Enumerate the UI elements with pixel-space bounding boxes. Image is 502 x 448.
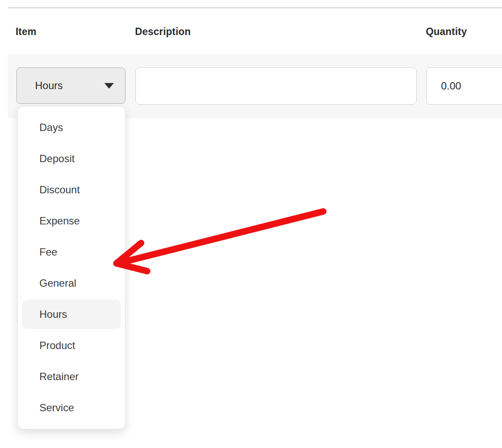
column-header-quantity: Quantity xyxy=(426,26,467,38)
dropdown-option-general[interactable]: General xyxy=(18,268,125,299)
item-type-select[interactable]: Hours xyxy=(16,67,126,104)
quantity-input[interactable] xyxy=(426,67,502,105)
caret-down-icon xyxy=(104,83,114,89)
dropdown-option-retainer[interactable]: Retainer xyxy=(18,361,125,392)
dropdown-option-product[interactable]: Product xyxy=(18,330,125,361)
dropdown-option-days[interactable]: Days xyxy=(18,112,125,143)
top-divider xyxy=(8,7,502,8)
dropdown-option-discount[interactable]: Discount xyxy=(18,174,125,205)
arrow-shaft xyxy=(123,211,323,262)
description-input[interactable] xyxy=(135,67,417,105)
dropdown-option-expense[interactable]: Expense xyxy=(18,205,125,237)
invoice-line-item-editor: Item Description Quantity Hours Days Dep… xyxy=(0,0,502,448)
column-header-item: Item xyxy=(16,26,36,38)
dropdown-option-deposit[interactable]: Deposit xyxy=(18,143,125,174)
dropdown-option-hours[interactable]: Hours xyxy=(22,300,121,329)
item-type-option-list: Days Deposit Discount Expense Fee Genera… xyxy=(18,112,125,423)
item-type-dropdown-menu: Days Deposit Discount Expense Fee Genera… xyxy=(17,106,126,429)
column-header-description: Description xyxy=(135,26,191,38)
dropdown-option-service[interactable]: Service xyxy=(18,392,125,423)
item-type-select-value: Hours xyxy=(35,80,63,92)
dropdown-option-fee[interactable]: Fee xyxy=(18,237,125,268)
